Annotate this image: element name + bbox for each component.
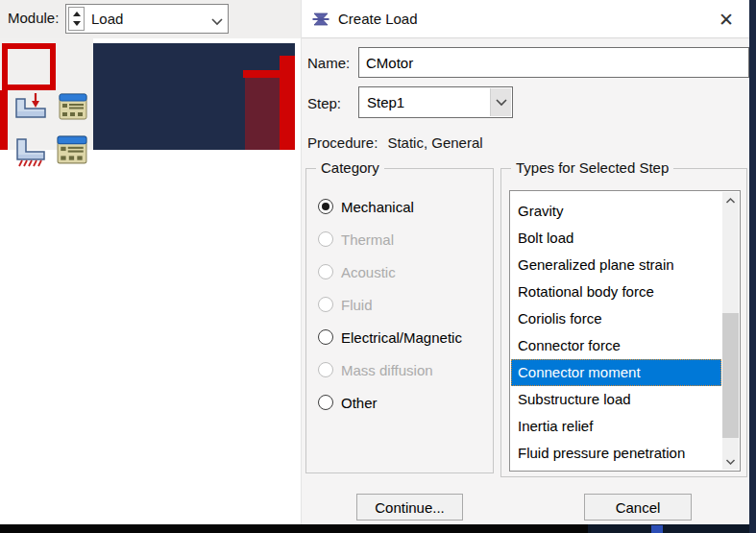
procedure-value: Static, General xyxy=(387,134,482,151)
cancel-button[interactable]: Cancel xyxy=(584,494,692,521)
procedure-label: Procedure: xyxy=(307,134,378,151)
viewport-highlight-vertical xyxy=(280,56,295,150)
radio-label: Other xyxy=(341,395,378,411)
chevron-down-icon xyxy=(210,13,224,31)
step-select[interactable]: Step1 xyxy=(358,86,513,118)
right-edge-strip xyxy=(749,0,756,533)
radio-label: Mechanical xyxy=(341,199,414,215)
radio-icon xyxy=(318,264,333,279)
list-item[interactable]: Coriolis force xyxy=(511,305,721,332)
list-item[interactable]: Bolt load xyxy=(511,225,721,252)
radio-label: Thermal xyxy=(341,231,394,248)
list-item[interactable]: Substructure load xyxy=(511,386,721,413)
create-bc-icon xyxy=(13,136,48,167)
radio-icon xyxy=(318,231,333,247)
model-viewport[interactable] xyxy=(93,43,295,150)
radio-electrical-magnetic[interactable]: Electrical/Magnetic xyxy=(318,321,489,353)
radio-thermal: Thermal xyxy=(318,223,489,255)
radio-icon xyxy=(318,395,333,410)
module-bar: Module: Load xyxy=(0,0,301,38)
radio-label: Mass diffusion xyxy=(341,362,433,378)
chevron-down-icon xyxy=(490,88,511,116)
load-types-items: Gravity Bolt load Generalized plane stra… xyxy=(511,198,721,467)
step-select-value: Step1 xyxy=(367,94,404,110)
types-group-legend: Types for Selected Step xyxy=(511,159,673,176)
list-item[interactable]: Fluid pressure penetration xyxy=(511,440,721,467)
radio-other[interactable]: Other xyxy=(318,386,489,419)
radio-fluid: Fluid xyxy=(318,288,489,321)
scroll-down-icon[interactable] xyxy=(722,453,739,470)
bottom-edge-strip xyxy=(0,524,588,533)
types-group: Types for Selected Step Gravity Bolt loa… xyxy=(500,168,747,477)
radio-icon xyxy=(318,297,333,312)
radio-icon xyxy=(318,329,333,345)
load-manager-icon xyxy=(59,93,87,120)
continue-button[interactable]: Continue... xyxy=(356,494,463,521)
radio-mass-diffusion: Mass diffusion xyxy=(318,353,489,386)
module-label: Module: xyxy=(8,10,59,26)
module-select-value: Load xyxy=(91,11,123,27)
load-manager-button[interactable] xyxy=(58,92,88,121)
radio-label: Electrical/Magnetic xyxy=(341,329,462,346)
module-select[interactable]: Load xyxy=(65,4,229,34)
spinner-up-icon xyxy=(73,12,81,16)
list-item[interactable]: Connector force xyxy=(511,332,721,359)
create-bc-button[interactable] xyxy=(12,135,49,168)
procedure-row: Procedure:Static, General xyxy=(307,134,483,151)
radio-label: Acoustic xyxy=(341,264,396,280)
radio-icon xyxy=(318,199,333,214)
category-options: Mechanical Thermal Acoustic Fluid Electr… xyxy=(318,190,489,419)
list-item[interactable]: Inertia relief xyxy=(511,413,721,440)
close-icon[interactable]: ✕ xyxy=(713,6,740,33)
annotation-strip xyxy=(0,90,8,150)
category-group: Category Mechanical Thermal Acoustic Flu… xyxy=(305,168,494,473)
list-scrollbar[interactable] xyxy=(722,192,739,470)
scroll-up-icon[interactable] xyxy=(722,192,739,208)
bc-manager-icon xyxy=(57,135,87,164)
list-item[interactable]: Generalized plane strain xyxy=(511,252,721,279)
bottom-edge-accent xyxy=(651,525,663,533)
radio-icon xyxy=(318,362,333,377)
name-label: Name: xyxy=(307,55,350,71)
list-item[interactable]: Connector moment xyxy=(511,359,721,386)
dialog-title: Create Load xyxy=(338,11,418,27)
bottom-edge-strip xyxy=(588,524,756,533)
step-label: Step: xyxy=(307,95,341,111)
create-load-button[interactable] xyxy=(12,90,49,123)
bc-manager-button[interactable] xyxy=(56,134,88,165)
list-item[interactable]: Gravity xyxy=(511,198,721,225)
radio-acoustic: Acoustic xyxy=(318,255,489,288)
load-types-listbox[interactable]: Gravity Bolt load Generalized plane stra… xyxy=(509,190,741,472)
module-spinner[interactable] xyxy=(68,7,85,31)
create-load-dialog: Create Load ✕ Name: Step: Step1 Procedur… xyxy=(301,0,749,524)
scrollbar-thumb[interactable] xyxy=(722,313,739,438)
dialog-titlebar[interactable]: Create Load ✕ xyxy=(302,0,749,38)
annotation-box xyxy=(2,43,56,90)
name-input[interactable] xyxy=(358,47,749,78)
create-load-icon xyxy=(13,91,48,122)
category-group-legend: Category xyxy=(316,159,384,176)
radio-label: Fluid xyxy=(341,297,373,313)
radio-mechanical[interactable]: Mechanical xyxy=(318,190,489,223)
list-item[interactable]: Rotational body force xyxy=(511,279,721,305)
spinner-down-icon xyxy=(73,21,81,26)
abaqus-app-icon xyxy=(311,10,330,29)
viewport-part-region xyxy=(245,78,280,150)
